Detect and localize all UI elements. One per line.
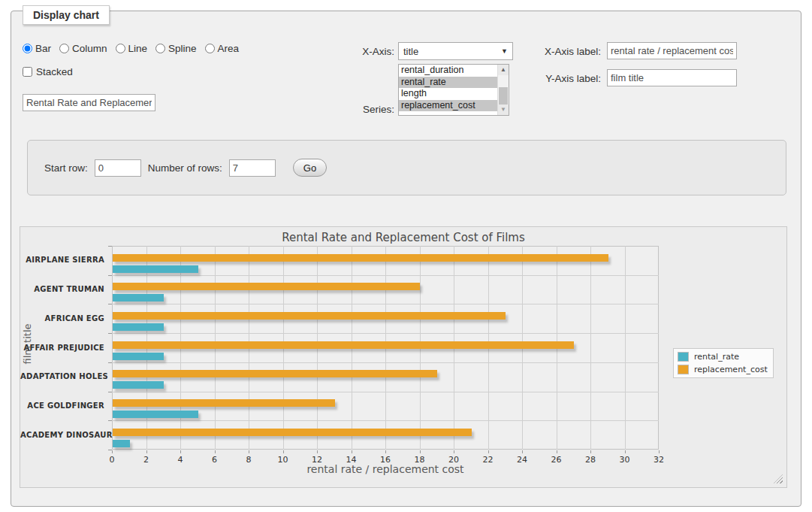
bar-rental_rate [113,440,130,447]
x-tick [249,450,249,453]
start-row-label: Start row: [44,162,88,174]
stacked-label: Stacked [36,66,73,77]
gridline [625,246,626,450]
stacked-checkbox[interactable] [23,67,32,77]
scroll-up-icon[interactable]: ▲ [498,65,509,75]
x-tick [146,450,147,453]
radio-label: Spline [168,43,197,54]
gridline [112,362,659,363]
y-tick [108,392,112,392]
x-axis-title: rental rate / replacement cost [112,463,659,475]
y-axis-title: film title [22,303,33,386]
legend-swatch-rental_rate [678,352,689,362]
bar-rental_rate [113,294,164,301]
y-tick [108,304,112,304]
start-row-input[interactable] [95,159,141,177]
gridline [112,304,659,304]
x-tick [557,450,557,453]
gridline [112,275,659,276]
page: Display chart BarColumnLineSplineArea St… [0,0,812,512]
bar-replacement_cost [113,312,506,320]
radio-line[interactable] [116,44,125,53]
bar-replacement_cost [113,370,437,377]
num-rows-input[interactable] [229,159,276,177]
x-tick [385,450,386,453]
series-options: rental_durationrental_ratelengthreplacem… [399,65,509,111]
x-axis-label-input[interactable] [607,42,737,59]
x-tick [317,450,318,453]
chart-title: Rental Rate and Replacement Cost of Film… [20,231,786,244]
bar-rental_rate [113,411,198,418]
bar-rental_rate [113,353,164,360]
legend-row: rental_rate [678,352,768,362]
x-tick [488,450,489,453]
radio-bar[interactable] [23,44,32,53]
y-tick [108,362,112,363]
series-option-length[interactable]: length [399,88,509,100]
chevron-down-icon: ▼ [501,47,508,55]
radio-label: Area [218,43,240,54]
x-tick [420,450,421,453]
category-label: AIRPLANE SIERRA [20,256,104,264]
x-axis-select-label: X-Axis: [323,46,394,57]
bar-replacement_cost [113,283,420,290]
x-tick [454,450,454,453]
chart-type-spline[interactable]: Spline [155,43,197,54]
radio-label: Bar [35,43,51,54]
listbox-scrollbar[interactable]: ▲ ▼ [497,65,509,115]
x-tick [659,450,660,453]
y-tick [108,275,112,276]
category-label: ADAPTATION HOLES [20,372,104,380]
radio-area[interactable] [205,44,215,53]
chart-container: Rental Rate and Replacement Cost of Film… [20,226,787,488]
resize-handle-icon[interactable] [774,474,783,483]
legend-label: replacement_cost [694,365,768,374]
chart-type-column[interactable]: Column [59,43,107,54]
series-option-replacement_cost[interactable]: replacement_cost [399,100,509,112]
category-label: ACE GOLDFINGER [20,401,104,410]
series-option-rental_rate[interactable]: rental_rate [399,77,509,89]
num-rows-label: Number of rows: [148,162,222,174]
y-tick [108,420,112,421]
panel-title: Display chart [23,5,110,25]
chart-type-line[interactable]: Line [116,43,148,54]
go-button[interactable]: Go [293,159,327,177]
bar-rental_rate [113,323,164,331]
bar-replacement_cost [113,254,608,262]
rows-panel: Start row: Number of rows: Go [27,140,786,195]
y-tick [108,333,112,334]
x-axis-selected-value: title [403,46,501,57]
legend-swatch-replacement_cost [678,365,689,374]
gridline [112,392,659,392]
scroll-down-icon[interactable]: ▼ [498,105,509,115]
x-tick [112,450,113,453]
y-axis-label-input[interactable] [607,69,737,86]
category-label: AFRICAN EGG [20,314,104,323]
series-listbox[interactable]: rental_durationrental_ratelengthreplacem… [398,64,509,116]
bar-rental_rate [113,381,164,389]
radio-column[interactable] [59,44,69,53]
stacked-checkbox-row[interactable]: Stacked [23,66,73,77]
x-tick [522,450,523,453]
chart-type-area[interactable]: Area [205,43,240,54]
chart-type-bar[interactable]: Bar [23,43,51,54]
series-option-rental_duration[interactable]: rental_duration [399,65,509,77]
chart-title-input[interactable] [23,94,155,111]
bar-replacement_cost [113,429,472,436]
radio-spline[interactable] [155,44,165,53]
legend-row: replacement_cost [678,365,768,374]
gridline [590,246,591,450]
y-tick [108,450,112,450]
bar-rental_rate [113,265,198,273]
category-label: AGENT TRUMAN [20,285,104,293]
x-tick [352,450,352,453]
x-tick [215,450,216,453]
bar-replacement_cost [113,399,335,407]
x-axis-select[interactable]: title ▼ [398,42,513,60]
scrollbar-thumb[interactable] [499,87,508,105]
chart-legend: rental_ratereplacement_cost [673,348,774,378]
y-axis-label-label: Y-Axis label: [526,73,601,84]
radio-label: Column [72,43,107,54]
x-axis-label-label: X-Axis label: [526,46,601,57]
bar-replacement_cost [113,341,574,349]
